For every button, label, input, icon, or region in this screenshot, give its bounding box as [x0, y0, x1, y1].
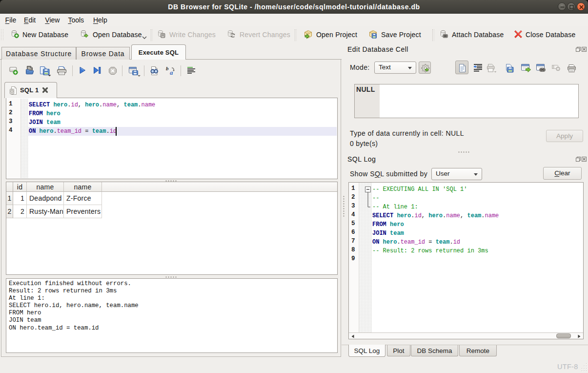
- svg-text:a: a: [170, 69, 173, 76]
- svg-text:b: b: [166, 66, 169, 71]
